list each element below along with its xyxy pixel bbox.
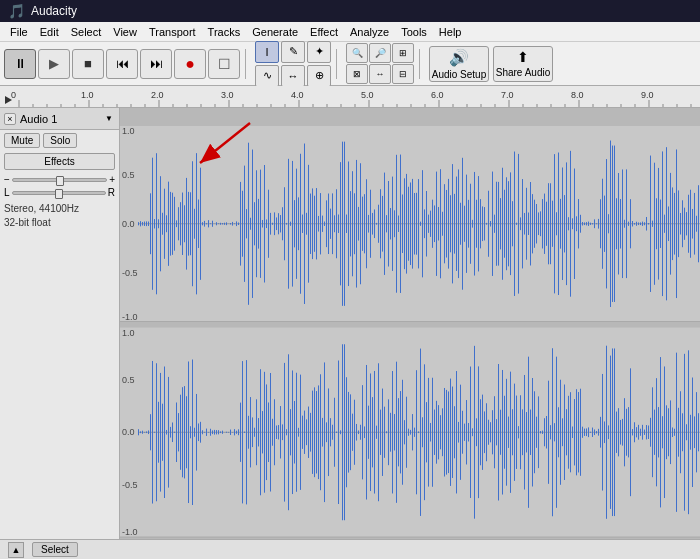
audio-setup-button[interactable]: 🔊 Audio Setup bbox=[429, 46, 489, 82]
pan-l-label: L bbox=[4, 187, 10, 198]
gain-minus-label: − bbox=[4, 174, 10, 185]
menu-view[interactable]: View bbox=[107, 24, 143, 40]
waveform-canvas bbox=[120, 108, 700, 539]
app-icon: 🎵 bbox=[8, 3, 25, 19]
menu-bar: File Edit Select View Transport Tracks G… bbox=[0, 22, 700, 42]
gain-slider[interactable] bbox=[12, 178, 107, 182]
skip-back-button[interactable]: ⏮ bbox=[106, 49, 138, 79]
zoom-out-button[interactable]: 🔎 bbox=[369, 43, 391, 63]
record-button[interactable]: ● bbox=[174, 49, 206, 79]
solo-button[interactable]: Solo bbox=[43, 133, 77, 148]
status-bar: ▲ Select bbox=[0, 539, 700, 559]
share-icon: ⬆ bbox=[517, 49, 529, 65]
select-button-bottom[interactable]: Select bbox=[32, 542, 78, 557]
menu-edit[interactable]: Edit bbox=[34, 24, 65, 40]
waveform-area[interactable]: Audio 1 #1 bbox=[120, 108, 700, 539]
menu-file[interactable]: File bbox=[4, 24, 34, 40]
menu-transport[interactable]: Transport bbox=[143, 24, 202, 40]
menu-analyze[interactable]: Analyze bbox=[344, 24, 395, 40]
play-button[interactable]: ▶ bbox=[38, 49, 70, 79]
skip-fwd-button[interactable]: ⏭ bbox=[140, 49, 172, 79]
tools-section: I ✎ ✦ ∿ ↔ ⊕ bbox=[255, 41, 331, 87]
audio-setup-label: Audio Setup bbox=[432, 69, 487, 80]
select-tool-button[interactable]: I bbox=[255, 41, 279, 63]
mute-solo-row: Mute Solo bbox=[0, 130, 119, 151]
app-title: Audacity bbox=[31, 4, 77, 18]
zoom-row-2: ⊠ ↔ ⊟ bbox=[346, 64, 414, 84]
menu-effect[interactable]: Effect bbox=[304, 24, 344, 40]
separator-1 bbox=[245, 49, 246, 79]
toolbar: ⏸ ▶ ■ ⏮ ⏭ ● ☐ I ✎ ✦ ∿ ↔ ⊕ 🔍 🔎 ⊞ ⊠ ↔ ⊟ bbox=[0, 42, 700, 86]
track-dropdown-button[interactable]: ▼ bbox=[103, 113, 115, 125]
zoom-tool-button[interactable]: ⊕ bbox=[307, 65, 331, 87]
track-close-button[interactable]: × bbox=[4, 113, 16, 125]
expand-button[interactable]: ▲ bbox=[8, 542, 24, 558]
track-info-line1: Stereo, 44100Hz bbox=[4, 202, 115, 216]
gain-slider-row: − + bbox=[0, 172, 119, 187]
draw-tool-button[interactable]: ✎ bbox=[281, 41, 305, 63]
track-name: Audio 1 bbox=[20, 113, 99, 125]
multi-tool-button[interactable]: ✦ bbox=[307, 41, 331, 63]
zoom-in-button[interactable]: 🔍 bbox=[346, 43, 368, 63]
pan-slider-thumb[interactable] bbox=[55, 189, 63, 199]
pause-button[interactable]: ⏸ bbox=[4, 49, 36, 79]
zoom-row-1: 🔍 🔎 ⊞ bbox=[346, 43, 414, 63]
share-audio-label: Share Audio bbox=[496, 67, 551, 78]
main-content: × Audio 1 ▼ Mute Solo Effects − + L R bbox=[0, 108, 700, 539]
ruler-canvas bbox=[0, 86, 700, 108]
stop-button[interactable]: ■ bbox=[72, 49, 104, 79]
volume-icon: 🔊 bbox=[449, 48, 469, 67]
loop-button[interactable]: ☐ bbox=[208, 49, 240, 79]
envelope-tool-button[interactable]: ∿ bbox=[255, 65, 279, 87]
tools-row-2: ∿ ↔ ⊕ bbox=[255, 65, 331, 87]
lr-row: L R bbox=[0, 187, 119, 200]
track-info-line2: 32-bit float bbox=[4, 216, 115, 230]
title-bar: 🎵 Audacity bbox=[0, 0, 700, 22]
track-header: × Audio 1 ▼ bbox=[0, 108, 119, 130]
share-audio-button[interactable]: ⬆ Share Audio bbox=[493, 46, 553, 82]
menu-tools[interactable]: Tools bbox=[395, 24, 433, 40]
zoom-group: 🔍 🔎 ⊞ ⊠ ↔ ⊟ bbox=[346, 43, 414, 84]
zoom-sel-button[interactable]: ⊠ bbox=[346, 64, 368, 84]
separator-2 bbox=[336, 49, 337, 79]
menu-help[interactable]: Help bbox=[433, 24, 468, 40]
pan-r-label: R bbox=[108, 187, 115, 198]
track-info: Stereo, 44100Hz 32-bit float bbox=[0, 200, 119, 232]
gain-plus-label: + bbox=[109, 174, 115, 185]
menu-tracks[interactable]: Tracks bbox=[202, 24, 247, 40]
timeline-ruler[interactable] bbox=[0, 86, 700, 108]
zoom-track-button[interactable]: ⊟ bbox=[392, 64, 414, 84]
track-panel: × Audio 1 ▼ Mute Solo Effects − + L R bbox=[0, 108, 120, 539]
gain-slider-thumb[interactable] bbox=[56, 176, 64, 186]
effects-button[interactable]: Effects bbox=[4, 153, 115, 170]
tools-row-1: I ✎ ✦ bbox=[255, 41, 331, 63]
pan-slider[interactable] bbox=[12, 191, 106, 195]
menu-generate[interactable]: Generate bbox=[246, 24, 304, 40]
menu-select[interactable]: Select bbox=[65, 24, 108, 40]
zoom-width-button[interactable]: ↔ bbox=[369, 64, 391, 84]
mute-button[interactable]: Mute bbox=[4, 133, 40, 148]
zoom-fit-button[interactable]: ⊞ bbox=[392, 43, 414, 63]
time-shift-button[interactable]: ↔ bbox=[281, 65, 305, 87]
separator-3 bbox=[419, 49, 420, 79]
